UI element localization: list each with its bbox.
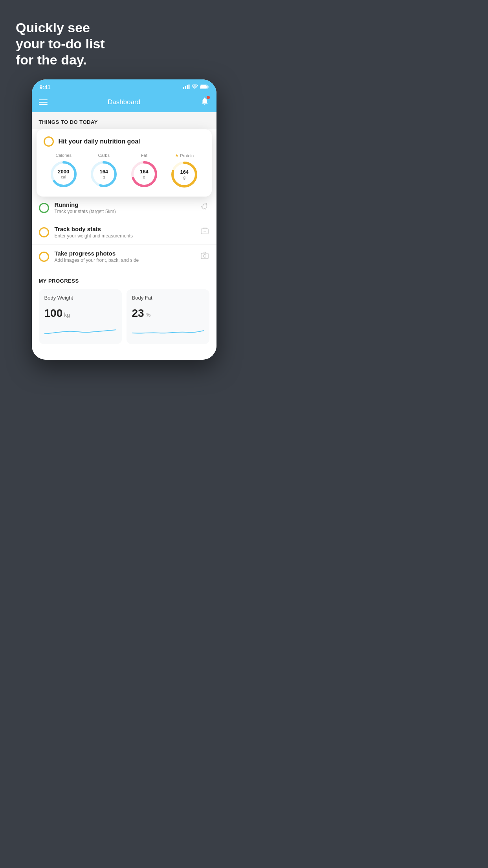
body-weight-chart [44, 325, 116, 337]
fat-label: Fat [141, 153, 147, 158]
wifi-icon [192, 85, 198, 90]
protein-star-icon: ★ [175, 153, 179, 158]
svg-rect-2 [187, 85, 188, 89]
nutrition-protein: ★Protein 164 g [170, 153, 198, 189]
notification-dot [207, 96, 210, 99]
protein-unit: g [180, 175, 189, 180]
body-stats-title: Track body stats [55, 226, 194, 232]
body-fat-unit: % [146, 312, 150, 318]
body-weight-card[interactable]: Body Weight 100 kg [39, 289, 122, 344]
body-weight-value: 100 kg [44, 307, 116, 320]
scale-icon [200, 226, 209, 238]
featured-card-title: Hit your daily nutrition goal [59, 138, 140, 145]
featured-checkbox[interactable] [44, 136, 54, 147]
running-content: Running Track your stats (target: 5km) [55, 201, 194, 214]
nutrition-fat: Fat 164 g [130, 153, 158, 188]
fat-unit: g [140, 175, 149, 179]
bell-icon [200, 98, 209, 107]
notification-button[interactable] [200, 97, 209, 107]
body-fat-card[interactable]: Body Fat 23 % [127, 289, 209, 344]
body-weight-number: 100 [44, 307, 63, 320]
body-stats-checkbox[interactable] [39, 227, 49, 237]
svg-rect-3 [188, 85, 189, 89]
todo-item-running[interactable]: Running Track your stats (target: 5km) [32, 196, 216, 220]
featured-card-header: Hit your daily nutrition goal [44, 136, 205, 147]
svg-rect-0 [183, 87, 184, 89]
photo-icon [200, 251, 209, 262]
photos-title: Take progress photos [55, 250, 194, 257]
status-time: 9:41 [40, 84, 51, 90]
calories-value: 2000 [58, 169, 69, 175]
nutrition-circles: Calories 2000 cal Carbs [44, 153, 205, 189]
todo-list: Running Track your stats (target: 5km) T… [32, 196, 216, 268]
svg-rect-5 [200, 85, 207, 88]
progress-cards: Body Weight 100 kg Body Fat 23 % [39, 289, 209, 344]
body-fat-number: 23 [132, 307, 144, 320]
carbs-value: 164 [99, 169, 108, 175]
todo-item-body-stats[interactable]: Track body stats Enter your weight and m… [32, 220, 216, 245]
nav-title: Dashboard [108, 98, 140, 106]
hamburger-menu-button[interactable] [39, 99, 48, 105]
signal-icon [183, 85, 190, 90]
running-checkbox[interactable] [39, 203, 49, 213]
carbs-label: Carbs [98, 153, 110, 158]
carbs-chart: 164 g [90, 160, 118, 188]
todo-item-photos[interactable]: Take progress photos Add images of your … [32, 245, 216, 268]
featured-card[interactable]: Hit your daily nutrition goal Calories 2… [37, 129, 212, 197]
progress-section: MY PROGRESS Body Weight 100 kg Body Fat [32, 272, 216, 352]
protein-label: ★Protein [175, 153, 194, 158]
section-header: THINGS TO DO TODAY [32, 112, 216, 129]
body-fat-value: 23 % [132, 307, 204, 320]
status-bar: 9:41 [32, 79, 216, 94]
protein-value: 164 [180, 170, 189, 175]
headline-line3: for the day. [16, 52, 87, 67]
fat-value: 164 [140, 169, 149, 175]
nav-bar: Dashboard [32, 94, 216, 112]
body-stats-subtitle: Enter your weight and measurements [55, 233, 194, 239]
fat-chart: 164 g [130, 160, 158, 188]
body-fat-title: Body Fat [132, 295, 204, 301]
nutrition-calories: Calories 2000 cal [50, 153, 78, 188]
battery-icon [200, 85, 209, 90]
body-weight-unit: kg [64, 312, 70, 318]
phone-bottom [32, 352, 216, 360]
protein-chart: 164 g [170, 160, 198, 189]
body-stats-content: Track body stats Enter your weight and m… [55, 226, 194, 239]
calories-unit: cal [58, 175, 69, 179]
photos-checkbox[interactable] [39, 252, 49, 262]
photos-subtitle: Add images of your front, back, and side [55, 257, 194, 263]
svg-rect-1 [185, 86, 186, 89]
body-weight-title: Body Weight [44, 295, 116, 301]
nutrition-carbs: Carbs 164 g [90, 153, 118, 188]
running-icon [199, 203, 209, 213]
calories-label: Calories [56, 153, 72, 158]
running-title: Running [55, 201, 194, 208]
svg-point-18 [203, 255, 206, 257]
calories-chart: 2000 cal [50, 160, 78, 188]
svg-rect-17 [201, 253, 208, 259]
progress-title: MY PROGRESS [39, 278, 209, 284]
headline-line2: your to-do list [16, 36, 105, 51]
svg-point-15 [205, 203, 207, 205]
carbs-unit: g [99, 175, 108, 179]
headline-line1: Quickly see [16, 20, 90, 35]
body-fat-chart [132, 325, 204, 337]
photos-content: Take progress photos Add images of your … [55, 250, 194, 263]
svg-rect-6 [207, 86, 208, 88]
phone-frame: 9:41 [32, 79, 216, 360]
background: Quickly see your to-do list for the day.… [0, 0, 244, 434]
section-title: THINGS TO DO TODAY [39, 119, 98, 125]
running-subtitle: Track your stats (target: 5km) [55, 209, 194, 214]
headline: Quickly see your to-do list for the day. [12, 20, 236, 68]
status-icons [183, 85, 209, 90]
